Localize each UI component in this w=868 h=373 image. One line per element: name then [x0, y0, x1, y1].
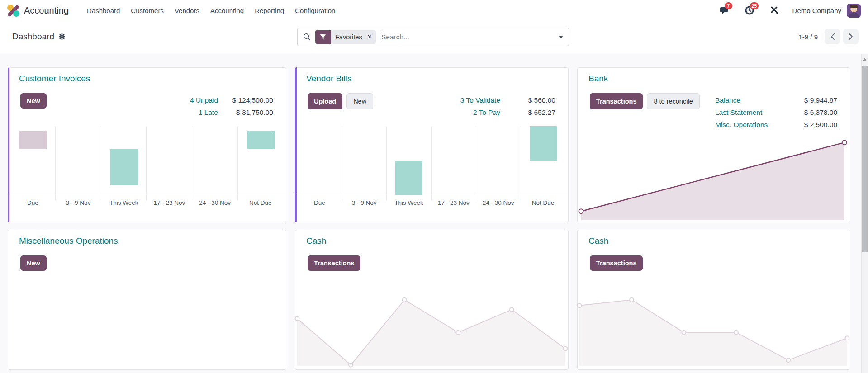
menu-accounting[interactable]: Accounting	[205, 1, 249, 20]
pager-next-button[interactable]	[843, 29, 859, 44]
x-axis-label: Not Due	[521, 199, 565, 206]
pager-range: 1-9 / 9	[798, 33, 818, 41]
wrench-screwdriver-icon	[770, 6, 779, 15]
bar-column	[476, 126, 521, 200]
unpaid-link[interactable]: 4 Unpaid	[190, 94, 218, 106]
x-axis-label: 17 - 23 Nov	[147, 199, 192, 206]
text-cursor	[380, 32, 380, 42]
dashboard-content: Customer Invoices New 4 Unpaid$ 124,500.…	[0, 54, 868, 373]
menu-dashboard[interactable]: Dashboard	[81, 1, 125, 20]
balance-link[interactable]: Balance	[715, 94, 787, 106]
cash-balance-line-chart	[297, 284, 565, 366]
bar-column	[192, 126, 238, 200]
search-input[interactable]: Search...	[381, 33, 409, 41]
bar	[247, 131, 275, 149]
card-vendor-bills: Vendor Bills Upload New 3 To Validate$ 5…	[295, 67, 569, 222]
x-axis-label: This Week	[387, 199, 432, 206]
x-axis-label: 17 - 23 Nov	[431, 199, 476, 206]
scrollbar-up-arrow-icon[interactable]	[863, 58, 867, 61]
menu-vendors[interactable]: Vendors	[169, 1, 205, 20]
chevron-left-icon	[830, 33, 835, 40]
card-bank: Bank Transactions 8 to reconcile Balance…	[577, 67, 850, 222]
x-axis-label: 24 - 30 Nov	[192, 199, 238, 206]
card-title[interactable]: Miscellaneous Operations	[19, 236, 118, 246]
developer-tools-button[interactable]	[769, 5, 781, 16]
facet-remove-icon[interactable]: ×	[367, 33, 376, 41]
bar	[395, 161, 423, 195]
x-axis-label: 3 - 9 Nov	[56, 199, 101, 206]
card-title[interactable]: Vendor Bills	[306, 74, 351, 84]
customer-invoices-bar-chart: Due3 - 9 NovThis Week17 - 23 Nov24 - 30 …	[10, 126, 283, 217]
x-axis-label: 24 - 30 Nov	[476, 199, 521, 206]
bar-column	[387, 126, 432, 200]
top-navbar: Accounting Dashboard Customers Vendors A…	[0, 0, 868, 21]
bar-column	[432, 126, 476, 200]
company-menu[interactable]: Demo Company	[792, 7, 841, 14]
chevron-right-icon	[849, 33, 854, 40]
pager-previous-button[interactable]	[825, 29, 840, 44]
card-title[interactable]: Cash	[306, 236, 326, 246]
card-title[interactable]: Customer Invoices	[19, 74, 90, 84]
bar-column	[342, 126, 387, 200]
x-axis-label: 3 - 9 Nov	[342, 199, 387, 206]
new-misc-entry-button[interactable]: New	[20, 255, 47, 271]
late-link[interactable]: 1 Late	[199, 106, 218, 118]
misc-operations-amount: $ 2,500.00	[787, 118, 837, 131]
activities-badge: 25	[750, 2, 759, 9]
activities-button[interactable]: 25	[744, 5, 755, 16]
messages-button[interactable]: 7	[718, 5, 730, 16]
bar-column	[101, 126, 147, 200]
bank-balance-line-chart	[579, 139, 847, 220]
cash-transactions-button[interactable]: Transactions	[308, 255, 360, 271]
card-title[interactable]: Cash	[588, 236, 608, 246]
unpaid-amount: $ 124,500.00	[218, 94, 273, 106]
vendor-bills-bar-chart: Due3 - 9 NovThis Week17 - 23 Nov24 - 30 …	[297, 126, 565, 217]
to-validate-amount: $ 560.00	[500, 94, 555, 106]
bar-column	[10, 126, 56, 200]
last-statement-link[interactable]: Last Statement	[715, 106, 787, 118]
bar-column	[238, 126, 283, 200]
accounting-app-logo-icon	[7, 5, 19, 17]
card-title[interactable]: Bank	[588, 74, 608, 84]
app-switcher[interactable]: Accounting	[7, 5, 69, 17]
bank-transactions-button[interactable]: Transactions	[590, 93, 643, 109]
filter-funnel-icon	[315, 30, 331, 44]
card-cash-1: Cash Transactions	[295, 230, 569, 370]
app-name[interactable]: Accounting	[24, 5, 69, 16]
menu-configuration[interactable]: Configuration	[289, 1, 341, 20]
to-pay-link[interactable]: 2 To Pay	[473, 106, 500, 118]
balance-amount: $ 9,944.87	[787, 94, 837, 106]
vertical-scrollbar[interactable]	[861, 54, 868, 373]
upload-bill-button[interactable]: Upload	[308, 93, 342, 109]
user-avatar[interactable]	[847, 4, 861, 18]
x-axis-label: This Week	[101, 199, 147, 206]
gear-icon[interactable]	[58, 33, 66, 40]
facet-label: Favorites	[331, 33, 367, 41]
x-axis	[295, 195, 568, 195]
messages-badge: 7	[725, 2, 732, 9]
x-axis	[8, 195, 286, 195]
to-reconcile-button[interactable]: 8 to reconcile	[647, 93, 699, 109]
search-facet-favorites: Favorites ×	[315, 30, 376, 44]
late-amount: $ 31,750.00	[218, 106, 273, 118]
search-options-caret-icon[interactable]	[559, 36, 563, 38]
bar	[530, 126, 557, 161]
x-axis-label: Due	[297, 199, 342, 206]
misc-operations-link[interactable]: Misc. Operations	[715, 118, 787, 131]
bar-column	[56, 126, 101, 200]
cash-transactions-button[interactable]: Transactions	[590, 255, 643, 271]
card-miscellaneous-operations: Miscellaneous Operations New	[8, 230, 286, 370]
search-bar[interactable]: Favorites × Search...	[297, 28, 569, 46]
search-icon	[303, 33, 311, 41]
new-bill-button[interactable]: New	[346, 93, 373, 109]
last-statement-amount: $ 6,378.00	[787, 106, 837, 118]
menu-reporting[interactable]: Reporting	[249, 1, 289, 20]
menu-customers[interactable]: Customers	[125, 1, 169, 20]
navbar-right: 7 25 Demo Company	[705, 4, 861, 18]
bar	[110, 149, 138, 185]
bar-column	[297, 126, 342, 200]
to-validate-link[interactable]: 3 To Validate	[460, 94, 500, 106]
scrollbar-thumb[interactable]	[862, 66, 868, 252]
new-invoice-button[interactable]: New	[20, 93, 47, 109]
card-customer-invoices: Customer Invoices New 4 Unpaid$ 124,500.…	[8, 67, 286, 222]
